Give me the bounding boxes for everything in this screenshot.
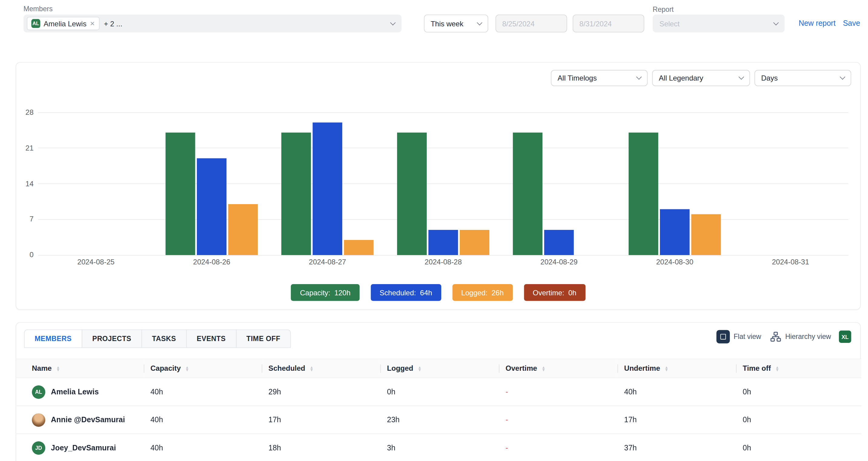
view-controls: Flat view Hierarchy view XL [716,330,851,343]
tab-members[interactable]: MEMBERS [24,330,82,348]
date-from-input[interactable]: 8/25/2024 [495,14,567,32]
granularity-value: Days [761,74,778,82]
legend-filter-select[interactable]: All Legendary [652,70,750,86]
legend-scheduled-button[interactable]: Scheduled: 64h [371,284,441,301]
sort-icon[interactable]: ▲▼ [775,366,779,371]
x-axis-label: 2024-08-28 [385,258,501,266]
tab-events[interactable]: EVENTS [186,330,236,348]
y-axis-label: 21 [12,144,34,153]
x-axis-label: 2024-08-30 [617,258,733,266]
cell-overtime: - [499,406,617,434]
cell-scheduled: 17h [262,406,380,434]
column-label: Capacity [151,364,181,373]
column-label: Logged [387,364,413,373]
members-table-head: Name▲▼Capacity▲▼Scheduled▲▼Logged▲▼Overt… [17,359,861,378]
bar-logged-2024-08-27[interactable] [344,240,374,255]
member-chip-name: Amelia Lewis [43,20,86,28]
member-name: Joey_DevSamurai [51,443,116,452]
bar-capacity-2024-08-28[interactable] [397,133,427,255]
y-axis-label: 28 [12,108,34,117]
members-table: Name▲▼Capacity▲▼Scheduled▲▼Logged▲▼Overt… [17,359,861,461]
legend-capacity-button[interactable]: Capacity: 120h [291,284,360,301]
bar-scheduled-2024-08-30[interactable] [660,209,690,255]
sort-icon[interactable]: ▲▼ [185,366,189,371]
legend-logged-button[interactable]: Logged: 26h [452,284,513,301]
column-header-undertime[interactable]: Undertime▲▼ [618,359,736,378]
save-button[interactable]: Save [843,19,860,28]
legend-filter-value: All Legendary [659,74,703,82]
table-row[interactable]: JDJoey_DevSamurai40h18h3h-37h0h [17,434,861,461]
cell-scheduled: 18h [262,434,380,461]
cell-logged: 0h [380,378,499,406]
sort-icon[interactable]: ▲▼ [310,366,314,371]
sort-icon[interactable]: ▲▼ [56,366,60,371]
gridline [38,148,848,148]
cell-capacity: 40h [144,406,262,434]
column-header-time-off[interactable]: Time off▲▼ [736,359,861,378]
column-header-overtime[interactable]: Overtime▲▼ [499,359,617,378]
date-to-input[interactable]: 8/31/2024 [573,14,644,32]
bar-scheduled-2024-08-29[interactable] [544,229,574,255]
table-row[interactable]: Annie @DevSamurai40h17h23h-17h0h [17,406,861,434]
column-header-name[interactable]: Name▲▼ [17,359,144,378]
flat-view-icon[interactable] [716,330,730,343]
member-name: Annie @DevSamurai [51,416,125,424]
bar-scheduled-2024-08-27[interactable] [313,123,342,255]
flat-view-label: Flat view [734,333,761,341]
members-table-body: ALAmelia Lewis40h29h0h-40h0hAnnie @DevSa… [17,378,861,461]
members-select[interactable]: AL Amelia Lewis ✕ + 2 ... [24,14,402,32]
x-axis-label: 2024-08-26 [154,258,270,266]
report-select[interactable]: Select [653,14,785,32]
member-chip-avatar: AL [31,19,40,28]
chevron-down-icon [739,74,744,80]
chart-plot: 071421282024-08-252024-08-262024-08-2720… [38,112,848,255]
granularity-select[interactable]: Days [754,70,851,86]
new-report-button[interactable]: New report [799,19,836,28]
date-from-value: 8/25/2024 [502,20,534,28]
x-axis-label: 2024-08-27 [270,258,385,266]
excel-export-icon[interactable]: XL [839,331,851,343]
column-header-scheduled[interactable]: Scheduled▲▼ [262,359,380,378]
legend-overtime-button[interactable]: Overtime: 0h [524,284,585,301]
x-axis-label: 2024-08-25 [38,258,154,266]
cell-overtime: - [499,378,617,406]
hierarchy-view-icon[interactable] [770,331,781,342]
cell-undertime: 37h [618,434,736,461]
table-row[interactable]: ALAmelia Lewis40h29h0h-40h0h [17,378,861,406]
sort-icon[interactable]: ▲▼ [541,366,546,371]
x-axis-label: 2024-08-31 [733,258,848,266]
member-name: Amelia Lewis [51,388,99,396]
tab-projects[interactable]: PROJECTS [82,330,142,348]
bar-capacity-2024-08-29[interactable] [513,133,542,255]
flat-view-icon-inner [720,334,726,339]
tab-timeoff[interactable]: TIME OFF [236,330,291,348]
member-chip[interactable]: AL Amelia Lewis ✕ [27,17,100,30]
column-label: Overtime [505,364,537,373]
bar-logged-2024-08-30[interactable] [691,214,721,255]
bar-capacity-2024-08-26[interactable] [166,133,195,255]
avatar-initials: JD [32,441,45,454]
bar-capacity-2024-08-27[interactable] [281,133,311,255]
sort-icon[interactable]: ▲▼ [664,366,669,371]
bar-scheduled-2024-08-28[interactable] [428,229,458,255]
sort-icon[interactable]: ▲▼ [417,366,422,371]
bar-logged-2024-08-28[interactable] [460,229,489,255]
remove-member-icon[interactable]: ✕ [90,20,95,27]
column-header-logged[interactable]: Logged▲▼ [380,359,499,378]
y-axis-label: 7 [12,215,34,224]
timelogs-filter-select[interactable]: All Timelogs [551,70,648,86]
tab-tasks[interactable]: TASKS [142,330,187,348]
column-label: Undertime [624,364,660,373]
cell-capacity: 40h [144,434,262,461]
cell-logged: 3h [380,434,499,461]
bar-logged-2024-08-26[interactable] [228,204,258,255]
column-header-capacity[interactable]: Capacity▲▼ [144,359,262,378]
chevron-down-icon [390,20,396,25]
gridline [38,112,848,113]
period-select[interactable]: This week [424,14,488,32]
chevron-down-icon [773,20,779,25]
bar-scheduled-2024-08-26[interactable] [197,158,226,255]
more-members-label: + 2 ... [104,20,122,28]
x-axis-label: 2024-08-29 [501,258,617,266]
bar-capacity-2024-08-30[interactable] [629,133,658,255]
